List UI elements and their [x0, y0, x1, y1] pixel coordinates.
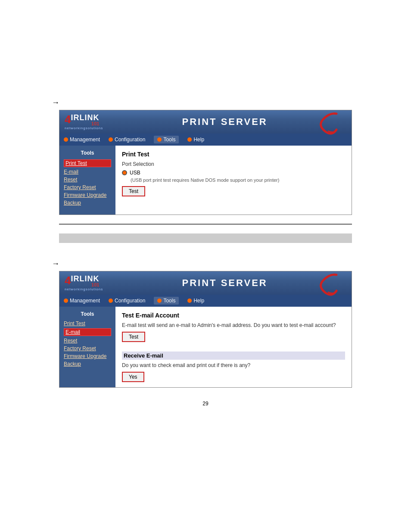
sidebar-firmware-2[interactable]: Firmware Upgrade: [64, 353, 111, 359]
swoosh-1: [304, 110, 339, 138]
logo-area-2: 4 IRLINK 101 networkingsolutions: [65, 275, 103, 291]
logo-101: 101: [71, 121, 99, 126]
header-title-area-1: Print Server: [103, 116, 346, 128]
sidebar-factory-reset-2[interactable]: Factory Reset: [64, 345, 111, 352]
sidebar-backup-2[interactable]: Backup: [64, 361, 111, 367]
logo-101-2: 101: [71, 283, 99, 287]
nav-dot-help-2: [187, 299, 192, 303]
test-button-1[interactable]: Test: [122, 186, 145, 196]
sidebar-factory-reset-1[interactable]: Factory Reset: [64, 184, 111, 190]
nav-management-2[interactable]: Management: [64, 298, 100, 304]
receive-email-title: Receive E-mail: [122, 352, 345, 360]
yes-button[interactable]: Yes: [122, 372, 144, 382]
content-email-title: Test E-mail Account: [122, 312, 345, 319]
header-title-2: Print Server: [182, 277, 268, 288]
nav-dot-tools-1: [157, 137, 162, 142]
content-subtitle-1: Port Selection: [122, 161, 345, 167]
swoosh-2: [304, 271, 339, 299]
networking-2: networkingsolutions: [65, 287, 103, 291]
panel-1-header: 4 IRLINK 101 networkingsolutions Print S…: [59, 110, 352, 134]
logo-4: 4: [65, 114, 71, 125]
logo-area-1: 4 IRLINK 101 networkingsolutions: [65, 114, 103, 130]
nav-help-1[interactable]: Help: [187, 137, 204, 143]
nav-management-1[interactable]: Management: [64, 137, 100, 143]
header-title-1: Print Server: [182, 116, 268, 127]
header-title-area-2: Print Server: [103, 277, 346, 289]
nav-dot-configuration-2: [109, 299, 113, 303]
separator-1: [59, 224, 352, 225]
receive-email-section: Receive E-mail Do you want to check emai…: [122, 352, 345, 382]
nav-help-2[interactable]: Help: [187, 298, 204, 304]
nav-dot-management-2: [64, 299, 68, 303]
usb-label: USB: [130, 170, 140, 176]
nav-configuration-1[interactable]: Configuration: [109, 137, 145, 143]
panel-1-body: Tools Print Test E-mail Reset Factory Re…: [59, 146, 352, 215]
sidebar-email-1[interactable]: E-mail: [64, 169, 111, 175]
sidebar-print-test-2[interactable]: Print Test: [64, 320, 111, 327]
sidebar-reset-1[interactable]: Reset: [64, 177, 111, 183]
radio-usb-dot: [122, 170, 127, 175]
sidebar-title-2: Tools: [64, 311, 111, 317]
usb-note: (USB port print test requires Native DOS…: [131, 177, 345, 183]
nav-tools-2[interactable]: Tools: [154, 297, 179, 305]
nav-tools-1[interactable]: Tools: [154, 136, 179, 143]
sidebar-print-test-1[interactable]: Print Test: [64, 159, 111, 167]
nav-configuration-2[interactable]: Configuration: [109, 298, 145, 304]
sidebar-title-1: Tools: [64, 150, 111, 156]
nav-dot-configuration-1: [109, 137, 113, 142]
nav-dot-help-1: [187, 137, 192, 142]
content-title-1: Print Test: [122, 151, 345, 158]
page-number: 29: [17, 401, 394, 407]
panel-1: 4 IRLINK 101 networkingsolutions Print S…: [59, 110, 352, 215]
content-email-note: E-mail test will send an e-mail to Admin…: [122, 322, 345, 328]
panel-1-sidebar: Tools Print Test E-mail Reset Factory Re…: [59, 146, 115, 215]
panel-2-body: Tools Print Test E-mail Reset Factory Re…: [59, 307, 352, 387]
logo-irlink: IRLINK: [71, 114, 99, 121]
sidebar-firmware-1[interactable]: Firmware Upgrade: [64, 192, 111, 198]
sidebar-reset-2[interactable]: Reset: [64, 338, 111, 344]
sidebar-email-2[interactable]: E-mail: [64, 328, 111, 336]
test-button-2[interactable]: Test: [122, 332, 145, 342]
panel-1-content: Print Test Port Selection USB (USB port …: [115, 146, 352, 215]
arrow-1: →: [52, 98, 394, 107]
gray-bar-1: [59, 233, 352, 243]
receive-email-note: Do you want to check email and print out…: [122, 362, 345, 368]
radio-row-1: USB: [122, 170, 345, 176]
nav-dot-management-1: [64, 137, 68, 142]
sidebar-backup-1[interactable]: Backup: [64, 200, 111, 206]
logo-irlink-2: IRLINK: [71, 275, 99, 283]
panel-2: 4 IRLINK 101 networkingsolutions Print S…: [59, 271, 352, 388]
logo-4-2: 4: [65, 275, 71, 286]
nav-dot-tools-2: [157, 299, 162, 303]
arrow-2: →: [52, 259, 394, 268]
networking-1: networkingsolutions: [65, 126, 103, 130]
panel-2-sidebar: Tools Print Test E-mail Reset Factory Re…: [59, 307, 115, 387]
panel-2-content: Test E-mail Account E-mail test will sen…: [115, 307, 352, 387]
panel-2-header: 4 IRLINK 101 networkingsolutions Print S…: [59, 271, 352, 295]
